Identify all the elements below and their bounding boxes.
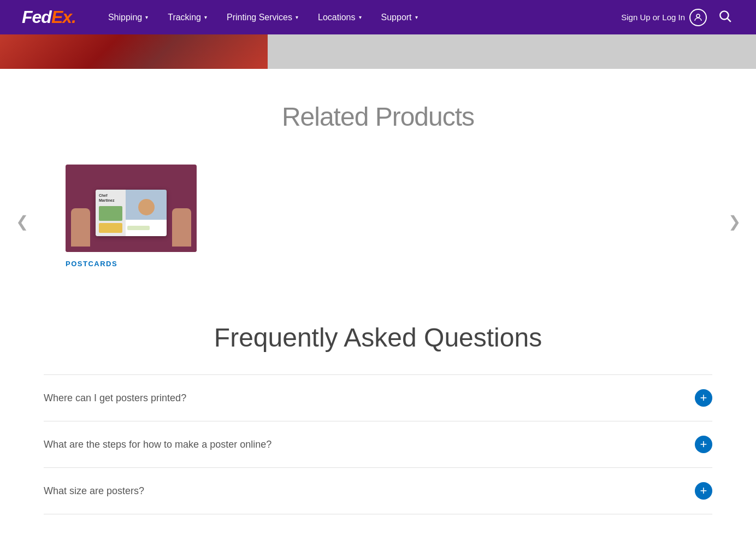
related-products-title: Related Products — [22, 102, 734, 132]
postcard-photo-area — [126, 190, 167, 220]
carousel-prev-button[interactable]: ❮ — [11, 211, 33, 233]
logo-ex-text: Ex — [51, 7, 72, 27]
faq-list: Where can I get posters printed? + What … — [44, 374, 712, 514]
postcard-green-block — [99, 206, 122, 221]
faq-item-1[interactable]: What are the steps for how to make a pos… — [44, 421, 712, 468]
hero-image-partial — [0, 34, 268, 69]
faq-section: Frequently Asked Questions Where can I g… — [0, 301, 756, 547]
carousel-item-label-postcards: POSTCARDS — [66, 260, 117, 268]
postcard-product-image: ChefMartinez — [66, 165, 197, 252]
hand-left — [71, 208, 90, 247]
chevron-down-icon: ▾ — [296, 14, 298, 20]
postcard-left: ChefMartinez — [96, 190, 126, 236]
faq-expand-button-2[interactable]: + — [695, 482, 712, 500]
postcard-bottom-white — [126, 220, 167, 236]
faq-question-0: Where can I get posters printed? — [44, 392, 186, 404]
carousel-section: ❮ ChefMartinez — [0, 143, 756, 301]
faq-item-0[interactable]: Where can I get posters printed? + — [44, 374, 712, 421]
postcard-yellow-block — [99, 223, 122, 233]
nav-label-printing-services: Printing Services — [227, 13, 292, 22]
chevron-down-icon: ▾ — [359, 14, 362, 20]
nav-label-locations: Locations — [318, 13, 356, 22]
postcard-bottom-bar — [127, 226, 150, 230]
nav-item-printing-services[interactable]: Printing Services ▾ — [217, 0, 308, 34]
faq-question-1: What are the steps for how to make a pos… — [44, 439, 271, 450]
faq-expand-button-1[interactable]: + — [695, 436, 712, 453]
carousel-item-postcards[interactable]: ChefMartinez — [66, 165, 197, 268]
logo-dot: . — [72, 7, 76, 27]
fedex-logo[interactable]: FedEx. — [22, 7, 76, 27]
chevron-right-icon: ❯ — [728, 213, 741, 231]
related-products-section: Related Products — [0, 69, 756, 143]
postcard-image: ChefMartinez — [96, 190, 167, 236]
nav-item-tracking[interactable]: Tracking ▾ — [158, 0, 217, 34]
postcard-chef-text: ChefMartinez — [99, 193, 122, 203]
faq-item-2[interactable]: What size are posters? + — [44, 468, 712, 514]
faq-title: Frequently Asked Questions — [44, 323, 712, 353]
carousel-next-button[interactable]: ❯ — [723, 211, 745, 233]
svg-point-0 — [696, 14, 700, 17]
signin-button[interactable]: Sign Up or Log In — [621, 9, 707, 26]
nav-item-shipping[interactable]: Shipping ▾ — [98, 0, 158, 34]
hand-right — [172, 208, 191, 247]
nav-label-support: Support — [381, 13, 412, 22]
signin-label: Sign Up or Log In — [621, 13, 685, 22]
search-button[interactable] — [716, 7, 734, 28]
svg-point-1 — [720, 11, 728, 19]
chevron-down-icon: ▾ — [145, 14, 148, 20]
carousel-content: ChefMartinez — [44, 165, 712, 268]
postcard-right — [126, 190, 167, 236]
nav-label-shipping: Shipping — [108, 13, 142, 22]
user-icon — [689, 9, 707, 26]
navbar-right: Sign Up or Log In — [621, 7, 734, 28]
postcard-person-head — [138, 199, 155, 215]
hero-strip — [0, 34, 756, 69]
product-image-bg: ChefMartinez — [66, 165, 197, 252]
logo-fed-text: Fed — [22, 7, 51, 27]
nav-item-locations[interactable]: Locations ▾ — [308, 0, 371, 34]
faq-expand-button-0[interactable]: + — [695, 389, 712, 407]
faq-question-2: What size are posters? — [44, 485, 144, 497]
navbar: FedEx. Shipping ▾ Tracking ▾ Printing Se… — [0, 0, 756, 34]
chevron-down-icon: ▾ — [415, 14, 418, 20]
chevron-down-icon: ▾ — [204, 14, 207, 20]
nav-item-support[interactable]: Support ▾ — [371, 0, 428, 34]
main-nav: Shipping ▾ Tracking ▾ Printing Services … — [98, 0, 621, 34]
svg-line-2 — [728, 18, 731, 21]
chevron-left-icon: ❮ — [16, 213, 28, 231]
nav-label-tracking: Tracking — [168, 13, 201, 22]
